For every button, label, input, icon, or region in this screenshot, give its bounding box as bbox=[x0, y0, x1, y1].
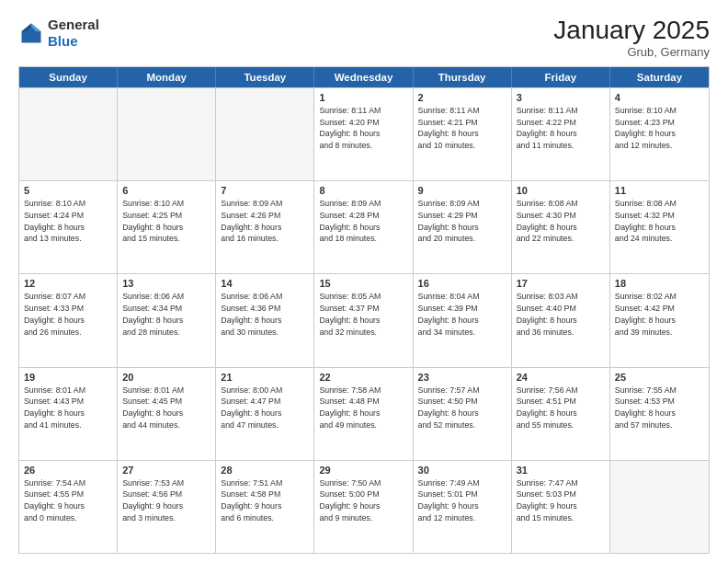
calendar-cell: 21Sunrise: 8:00 AM Sunset: 4:47 PM Dayli… bbox=[216, 368, 314, 460]
calendar-cell: 30Sunrise: 7:49 AM Sunset: 5:01 PM Dayli… bbox=[414, 461, 512, 553]
calendar-cell: 10Sunrise: 8:08 AM Sunset: 4:30 PM Dayli… bbox=[512, 181, 610, 273]
day-number: 2 bbox=[418, 92, 506, 103]
day-info: Sunrise: 8:11 AM Sunset: 4:22 PM Dayligh… bbox=[517, 105, 605, 152]
day-info: Sunrise: 8:02 AM Sunset: 4:42 PM Dayligh… bbox=[615, 291, 704, 338]
day-number: 16 bbox=[418, 278, 506, 289]
day-number: 9 bbox=[418, 185, 506, 196]
calendar-week: 1Sunrise: 8:11 AM Sunset: 4:20 PM Daylig… bbox=[19, 87, 709, 180]
calendar-cell: 6Sunrise: 8:10 AM Sunset: 4:25 PM Daylig… bbox=[118, 181, 216, 273]
day-number: 19 bbox=[24, 372, 112, 383]
calendar-cell: 23Sunrise: 7:57 AM Sunset: 4:50 PM Dayli… bbox=[414, 368, 512, 460]
day-number: 4 bbox=[615, 92, 704, 103]
calendar-week: 5Sunrise: 8:10 AM Sunset: 4:24 PM Daylig… bbox=[19, 180, 709, 273]
day-info: Sunrise: 7:58 AM Sunset: 4:48 PM Dayligh… bbox=[319, 385, 407, 431]
day-info: Sunrise: 7:49 AM Sunset: 5:01 PM Dayligh… bbox=[418, 477, 506, 524]
day-info: Sunrise: 8:07 AM Sunset: 4:33 PM Dayligh… bbox=[24, 291, 112, 338]
page: General Blue January 2025 Grub, Germany … bbox=[0, 0, 728, 563]
day-info: Sunrise: 8:06 AM Sunset: 4:34 PM Dayligh… bbox=[122, 291, 210, 338]
day-number: 15 bbox=[319, 278, 407, 289]
calendar-cell: 14Sunrise: 8:06 AM Sunset: 4:36 PM Dayli… bbox=[216, 274, 314, 366]
day-number: 22 bbox=[319, 372, 407, 383]
calendar-header-cell: Tuesday bbox=[216, 67, 314, 87]
calendar-title: January 2025 bbox=[553, 17, 710, 45]
day-number: 17 bbox=[517, 278, 605, 289]
day-info: Sunrise: 8:09 AM Sunset: 4:28 PM Dayligh… bbox=[319, 198, 407, 245]
calendar-cell: 2Sunrise: 8:11 AM Sunset: 4:21 PM Daylig… bbox=[414, 88, 512, 180]
day-number: 27 bbox=[122, 465, 210, 476]
day-info: Sunrise: 8:10 AM Sunset: 4:25 PM Dayligh… bbox=[122, 198, 210, 245]
calendar-cell: 28Sunrise: 7:51 AM Sunset: 4:58 PM Dayli… bbox=[216, 461, 314, 553]
day-number: 8 bbox=[319, 185, 407, 196]
calendar-header-cell: Sunday bbox=[19, 67, 118, 87]
day-info: Sunrise: 8:03 AM Sunset: 4:40 PM Dayligh… bbox=[517, 291, 605, 338]
calendar-cell: 17Sunrise: 8:03 AM Sunset: 4:40 PM Dayli… bbox=[512, 274, 610, 366]
logo: General Blue bbox=[18, 17, 99, 50]
header: General Blue January 2025 Grub, Germany bbox=[18, 17, 710, 59]
day-info: Sunrise: 7:55 AM Sunset: 4:53 PM Dayligh… bbox=[615, 385, 704, 431]
calendar-cell bbox=[118, 88, 216, 180]
calendar-cell: 20Sunrise: 8:01 AM Sunset: 4:45 PM Dayli… bbox=[118, 368, 216, 460]
day-number: 12 bbox=[24, 278, 112, 289]
day-number: 18 bbox=[615, 278, 704, 289]
day-info: Sunrise: 7:54 AM Sunset: 4:55 PM Dayligh… bbox=[24, 477, 112, 524]
day-number: 31 bbox=[517, 465, 605, 476]
day-number: 14 bbox=[221, 278, 309, 289]
logo-text: General Blue bbox=[48, 17, 99, 50]
day-number: 13 bbox=[122, 278, 210, 289]
calendar-week: 19Sunrise: 8:01 AM Sunset: 4:43 PM Dayli… bbox=[19, 367, 709, 460]
calendar-body: 1Sunrise: 8:11 AM Sunset: 4:20 PM Daylig… bbox=[19, 87, 709, 553]
day-number: 20 bbox=[122, 372, 210, 383]
calendar-cell bbox=[610, 461, 709, 553]
day-number: 11 bbox=[615, 185, 704, 196]
day-number: 29 bbox=[319, 465, 407, 476]
day-number: 21 bbox=[221, 372, 309, 383]
calendar-cell: 9Sunrise: 8:09 AM Sunset: 4:29 PM Daylig… bbox=[414, 181, 512, 273]
logo-icon bbox=[18, 20, 44, 46]
calendar-cell: 3Sunrise: 8:11 AM Sunset: 4:22 PM Daylig… bbox=[512, 88, 610, 180]
day-info: Sunrise: 7:56 AM Sunset: 4:51 PM Dayligh… bbox=[517, 385, 605, 431]
calendar-cell: 4Sunrise: 8:10 AM Sunset: 4:23 PM Daylig… bbox=[610, 88, 709, 180]
calendar-cell: 1Sunrise: 8:11 AM Sunset: 4:20 PM Daylig… bbox=[314, 88, 413, 180]
calendar-header-cell: Friday bbox=[512, 67, 610, 87]
day-info: Sunrise: 8:09 AM Sunset: 4:29 PM Dayligh… bbox=[418, 198, 506, 245]
calendar-week: 12Sunrise: 8:07 AM Sunset: 4:33 PM Dayli… bbox=[19, 273, 709, 366]
calendar-cell bbox=[19, 88, 118, 180]
day-info: Sunrise: 7:50 AM Sunset: 5:00 PM Dayligh… bbox=[319, 477, 407, 524]
calendar-cell: 7Sunrise: 8:09 AM Sunset: 4:26 PM Daylig… bbox=[216, 181, 314, 273]
calendar-cell: 5Sunrise: 8:10 AM Sunset: 4:24 PM Daylig… bbox=[19, 181, 118, 273]
day-info: Sunrise: 8:10 AM Sunset: 4:24 PM Dayligh… bbox=[24, 198, 112, 245]
day-info: Sunrise: 8:01 AM Sunset: 4:45 PM Dayligh… bbox=[122, 385, 210, 431]
calendar-week: 26Sunrise: 7:54 AM Sunset: 4:55 PM Dayli… bbox=[19, 460, 709, 553]
calendar-cell: 22Sunrise: 7:58 AM Sunset: 4:48 PM Dayli… bbox=[314, 368, 413, 460]
title-block: January 2025 Grub, Germany bbox=[553, 17, 710, 59]
day-number: 25 bbox=[615, 372, 704, 383]
calendar-cell: 16Sunrise: 8:04 AM Sunset: 4:39 PM Dayli… bbox=[414, 274, 512, 366]
day-number: 5 bbox=[24, 185, 112, 196]
calendar-header-cell: Thursday bbox=[414, 67, 512, 87]
calendar-header-row: SundayMondayTuesdayWednesdayThursdayFrid… bbox=[19, 67, 709, 87]
day-number: 26 bbox=[24, 465, 112, 476]
day-number: 3 bbox=[517, 92, 605, 103]
calendar-cell: 18Sunrise: 8:02 AM Sunset: 4:42 PM Dayli… bbox=[610, 274, 709, 366]
calendar-header-cell: Monday bbox=[118, 67, 216, 87]
day-number: 24 bbox=[517, 372, 605, 383]
day-info: Sunrise: 8:09 AM Sunset: 4:26 PM Dayligh… bbox=[221, 198, 309, 245]
day-info: Sunrise: 8:06 AM Sunset: 4:36 PM Dayligh… bbox=[221, 291, 309, 338]
day-number: 10 bbox=[517, 185, 605, 196]
day-number: 7 bbox=[221, 185, 309, 196]
day-info: Sunrise: 7:51 AM Sunset: 4:58 PM Dayligh… bbox=[221, 477, 309, 524]
day-info: Sunrise: 8:05 AM Sunset: 4:37 PM Dayligh… bbox=[319, 291, 407, 338]
calendar-cell: 13Sunrise: 8:06 AM Sunset: 4:34 PM Dayli… bbox=[118, 274, 216, 366]
day-number: 30 bbox=[418, 465, 506, 476]
calendar-cell: 31Sunrise: 7:47 AM Sunset: 5:03 PM Dayli… bbox=[512, 461, 610, 553]
day-info: Sunrise: 8:08 AM Sunset: 4:32 PM Dayligh… bbox=[615, 198, 704, 245]
day-info: Sunrise: 7:53 AM Sunset: 4:56 PM Dayligh… bbox=[122, 477, 210, 524]
calendar-cell: 11Sunrise: 8:08 AM Sunset: 4:32 PM Dayli… bbox=[610, 181, 709, 273]
calendar-cell: 19Sunrise: 8:01 AM Sunset: 4:43 PM Dayli… bbox=[19, 368, 118, 460]
calendar-cell: 15Sunrise: 8:05 AM Sunset: 4:37 PM Dayli… bbox=[314, 274, 413, 366]
calendar-cell: 12Sunrise: 8:07 AM Sunset: 4:33 PM Dayli… bbox=[19, 274, 118, 366]
day-info: Sunrise: 8:04 AM Sunset: 4:39 PM Dayligh… bbox=[418, 291, 506, 338]
day-info: Sunrise: 7:47 AM Sunset: 5:03 PM Dayligh… bbox=[517, 477, 605, 524]
calendar-subtitle: Grub, Germany bbox=[553, 45, 710, 59]
calendar-cell: 29Sunrise: 7:50 AM Sunset: 5:00 PM Dayli… bbox=[314, 461, 413, 553]
